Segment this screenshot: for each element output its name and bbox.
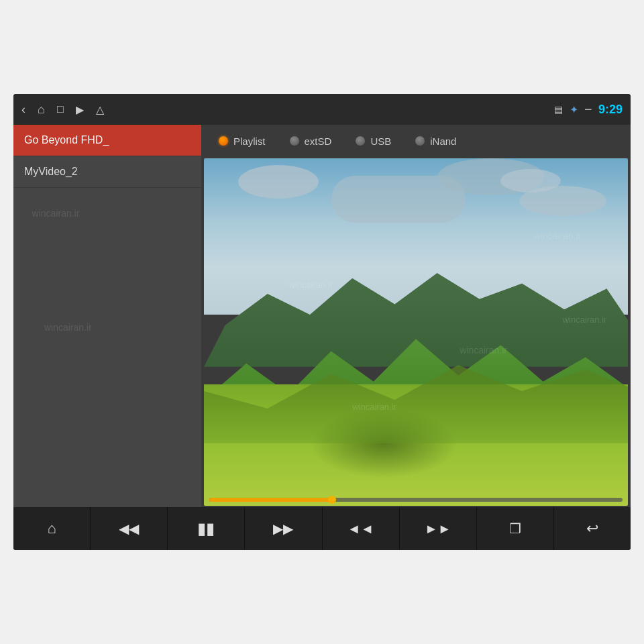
playlist-tab-dot bbox=[219, 136, 228, 146]
extsd-tab-label: extSD bbox=[305, 136, 332, 147]
pause-icon: ▮▮ bbox=[197, 519, 215, 538]
video-frame: wincairan.ir wincairan.ir wincairan.ir bbox=[204, 158, 628, 506]
wifi-icon: ⎼ bbox=[585, 103, 592, 115]
recent-apps-icon[interactable]: □ bbox=[57, 103, 64, 115]
source-tab-playlist[interactable]: Playlist bbox=[209, 131, 275, 151]
pause-button[interactable]: ▮▮ bbox=[168, 507, 245, 550]
fastforward-button[interactable]: ►► bbox=[400, 507, 477, 550]
bag-icon[interactable]: △ bbox=[96, 103, 104, 116]
main-content: Go Beyond FHD_ MyVideo_2 Playlist extSD … bbox=[13, 125, 631, 507]
back-nav-icon[interactable]: ‹ bbox=[21, 103, 25, 117]
playlist-item-1[interactable]: Go Beyond FHD_ bbox=[13, 125, 201, 156]
usb-tab-dot bbox=[356, 136, 365, 146]
video-progress-thumb bbox=[328, 496, 336, 504]
nav-controls: ‹ ⌂ □ ▶ △ bbox=[21, 103, 104, 117]
inand-tab-label: iNand bbox=[430, 136, 456, 147]
playlist-sidebar: Go Beyond FHD_ MyVideo_2 bbox=[13, 125, 201, 507]
cast-icon: ▤ bbox=[554, 104, 563, 115]
source-tab-inand[interactable]: iNand bbox=[406, 131, 466, 151]
video-progress-fill bbox=[209, 498, 333, 502]
source-tabs-bar: Playlist extSD USB iNand bbox=[201, 125, 631, 157]
fullscreen-button[interactable]: ❐ bbox=[477, 507, 554, 550]
clock-display: 9:29 bbox=[598, 103, 623, 117]
status-indicators: ▤ ✦ ⎼ 9:29 bbox=[554, 103, 623, 117]
status-bar: ‹ ⌂ □ ▶ △ ▤ ✦ ⎼ 9:29 bbox=[13, 94, 631, 125]
source-tab-usb[interactable]: USB bbox=[346, 131, 400, 151]
next-icon: ▶▶ bbox=[273, 521, 293, 537]
home-button[interactable]: ⌂ bbox=[13, 507, 91, 550]
rewind-button[interactable]: ◄◄ bbox=[323, 507, 400, 550]
previous-icon: ◀◀ bbox=[119, 521, 139, 537]
extsd-tab-dot bbox=[290, 136, 299, 146]
back-icon: ↩ bbox=[586, 520, 598, 537]
home-nav-icon[interactable]: ⌂ bbox=[38, 103, 45, 117]
usb-tab-label: USB bbox=[370, 136, 391, 147]
video-progress-bar[interactable] bbox=[209, 498, 623, 502]
next-button[interactable]: ▶▶ bbox=[245, 507, 322, 550]
video-panel: Playlist extSD USB iNand bbox=[201, 125, 631, 507]
fastforward-icon: ►► bbox=[425, 521, 451, 537]
playlist-item-2[interactable]: MyVideo_2 bbox=[13, 156, 201, 188]
camera-icon[interactable]: ▶ bbox=[76, 103, 84, 116]
back-button[interactable]: ↩ bbox=[554, 507, 631, 550]
bluetooth-icon: ✦ bbox=[570, 103, 578, 116]
source-tab-extsd[interactable]: extSD bbox=[280, 131, 341, 151]
playlist-tab-label: Playlist bbox=[233, 136, 266, 147]
home-icon: ⌂ bbox=[47, 520, 56, 537]
previous-button[interactable]: ◀◀ bbox=[91, 507, 168, 550]
rewind-icon: ◄◄ bbox=[347, 521, 374, 537]
device-screen: ‹ ⌂ □ ▶ △ ▤ ✦ ⎼ 9:29 Go Beyond FHD_ MyVi… bbox=[13, 94, 631, 550]
control-bar: ⌂ ◀◀ ▮▮ ▶▶ ◄◄ ►► ❐ ↩ bbox=[13, 507, 631, 550]
inand-tab-dot bbox=[415, 136, 425, 146]
fullscreen-icon: ❐ bbox=[509, 521, 521, 537]
video-player[interactable]: wincairan.ir wincairan.ir wincairan.ir bbox=[204, 158, 628, 506]
